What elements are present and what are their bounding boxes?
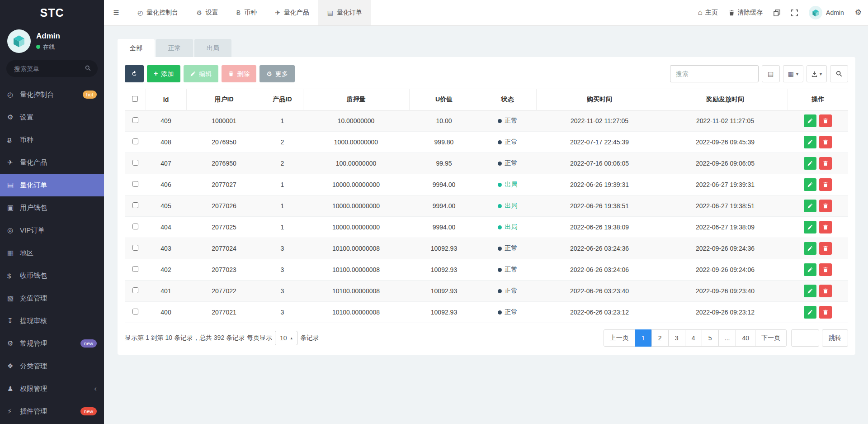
pencil-icon <box>807 203 813 209</box>
row-checkbox[interactable] <box>132 181 138 187</box>
row-checkbox[interactable] <box>132 117 138 123</box>
sidebar-item-general-mgmt[interactable]: ⚙常规管理new <box>0 332 104 355</box>
more-button[interactable]: ⚙ 更多 <box>259 65 295 82</box>
home-link[interactable]: ⌂ 主页 <box>698 9 718 17</box>
page-ellipsis: ... <box>718 329 736 347</box>
page-next-button[interactable]: 下一页 <box>755 329 787 347</box>
menu-search-input[interactable] <box>6 60 98 77</box>
top-tab-quant-products[interactable]: ✈量化产品 <box>266 0 318 25</box>
page-prev-button[interactable]: 上一页 <box>604 329 635 347</box>
jump-button[interactable]: 跳转 <box>822 329 848 347</box>
column-header-product-id[interactable]: 产品ID <box>262 89 303 110</box>
row-edit-button[interactable] <box>804 306 816 319</box>
row-edit-button[interactable] <box>804 178 816 191</box>
page-button-1[interactable]: 1 <box>635 329 652 347</box>
sidebar-item-quant-console[interactable]: ◴量化控制台hot <box>0 83 104 106</box>
row-checkbox[interactable] <box>132 224 138 229</box>
export-button[interactable]: ▾ <box>807 65 827 82</box>
advanced-search-button[interactable] <box>830 65 848 82</box>
row-edit-button[interactable] <box>804 242 816 255</box>
table-search-input[interactable] <box>670 65 759 82</box>
cell-checkbox <box>125 195 146 217</box>
row-edit-button[interactable] <box>804 263 816 276</box>
row-delete-button[interactable] <box>819 178 832 191</box>
top-tab-settings[interactable]: ⚙设置 <box>187 0 227 25</box>
cell-product-id: 1 <box>262 110 303 132</box>
top-tab-quant-console[interactable]: ◴量化控制台 <box>128 0 187 25</box>
sidebar-item-category-mgmt[interactable]: ❖分类管理 <box>0 355 104 377</box>
filter-tab-out[interactable]: 出局 <box>194 39 231 57</box>
row-delete-button[interactable] <box>819 221 832 233</box>
row-checkbox[interactable] <box>132 245 138 251</box>
column-header-reward-time[interactable]: 奖励发放时间 <box>663 89 788 110</box>
table-row: 40720769502100.0000000099.95正常2022-07-16… <box>125 153 848 174</box>
sidebar-item-region[interactable]: ▦地区 <box>0 242 104 264</box>
sidebar-item-permission-mgmt[interactable]: ♟权限管理‹ <box>0 377 104 400</box>
row-checkbox[interactable] <box>132 202 138 208</box>
row-edit-button[interactable] <box>804 114 816 127</box>
sidebar-item-coins[interactable]: Ƀ币种 <box>0 129 104 151</box>
hamburger-icon[interactable]: ≡ <box>104 0 128 25</box>
column-header-status[interactable]: 状态 <box>479 89 536 110</box>
page-button-40[interactable]: 40 <box>736 329 755 347</box>
row-checkbox[interactable] <box>132 138 138 144</box>
page-button-4[interactable]: 4 <box>685 329 702 347</box>
row-delete-button[interactable] <box>819 285 832 297</box>
sidebar-item-settings[interactable]: ⚙设置 <box>0 106 104 129</box>
filter-tab-all[interactable]: 全部 <box>118 39 155 57</box>
column-header-pledge[interactable]: 质押量 <box>303 89 409 110</box>
sidebar-item-vip-orders[interactable]: ◎VIP订单 <box>0 219 104 242</box>
top-tab-coins[interactable]: Ƀ币种 <box>227 0 266 25</box>
sidebar-item-quant-products[interactable]: ✈量化产品 <box>0 151 104 174</box>
row-delete-button[interactable] <box>819 242 832 255</box>
pencil-icon <box>807 182 813 187</box>
column-header-buy-time[interactable]: 购买时间 <box>536 89 663 110</box>
row-checkbox[interactable] <box>132 287 138 293</box>
bitcoin-icon: Ƀ <box>7 136 20 144</box>
column-header-id[interactable]: Id <box>146 89 186 110</box>
page-button-5[interactable]: 5 <box>702 329 719 347</box>
users-icon: ♟ <box>7 385 20 393</box>
row-checkbox[interactable] <box>132 160 138 166</box>
row-edit-button[interactable] <box>804 136 816 148</box>
row-edit-button[interactable] <box>804 221 816 233</box>
jump-page-input[interactable] <box>791 329 819 347</box>
page-button-2[interactable]: 2 <box>651 329 669 347</box>
sidebar-item-user-wallet[interactable]: ▣用户钱包 <box>0 196 104 219</box>
row-delete-button[interactable] <box>819 306 832 319</box>
page-size-select[interactable]: 10 ▴ <box>275 331 297 345</box>
cell-actions <box>788 195 848 217</box>
clear-cache-link[interactable]: 清除缓存 <box>729 9 763 17</box>
columns-button[interactable]: ▦ ▾ <box>783 65 803 82</box>
row-edit-button[interactable] <box>804 200 816 212</box>
row-checkbox[interactable] <box>132 266 138 272</box>
select-all-checkbox[interactable] <box>132 96 138 102</box>
sidebar-item-withdraw-audit[interactable]: ↧提现审核 <box>0 310 104 332</box>
row-delete-button[interactable] <box>819 136 832 148</box>
page-button-3[interactable]: 3 <box>668 329 685 347</box>
sidebar-item-plugin-mgmt[interactable]: ⚡插件管理new <box>0 400 104 423</box>
column-header-u-value[interactable]: U价值 <box>409 89 479 110</box>
row-delete-button[interactable] <box>819 263 832 276</box>
row-delete-button[interactable] <box>819 157 832 170</box>
row-edit-button[interactable] <box>804 157 816 170</box>
edit-button[interactable]: 编辑 <box>184 65 218 82</box>
cell-reward-time: 2022-09-26 09:06:05 <box>663 153 788 174</box>
sidebar-item-recharge[interactable]: ▧充值管理 <box>0 287 104 310</box>
windows-icon[interactable] <box>774 10 780 16</box>
top-tab-quant-orders[interactable]: ▤量化订单 <box>318 0 371 25</box>
row-checkbox[interactable] <box>132 309 138 314</box>
delete-button[interactable]: 删除 <box>222 65 256 82</box>
refresh-button[interactable] <box>125 65 144 82</box>
filter-tab-normal[interactable]: 正常 <box>156 39 193 57</box>
column-header-user-id[interactable]: 用户ID <box>186 89 262 110</box>
user-menu[interactable]: Admin <box>809 6 844 19</box>
toggle-view-button[interactable]: ▤ <box>762 65 780 82</box>
add-button[interactable]: + 添加 <box>147 65 180 82</box>
sidebar-item-coin-wallet[interactable]: $收币钱包 <box>0 264 104 287</box>
row-delete-button[interactable] <box>819 200 832 212</box>
fullscreen-icon[interactable] <box>791 10 798 16</box>
sidebar-item-quant-orders[interactable]: ▤量化订单 <box>0 174 104 196</box>
row-delete-button[interactable] <box>819 114 832 127</box>
row-edit-button[interactable] <box>804 285 816 297</box>
